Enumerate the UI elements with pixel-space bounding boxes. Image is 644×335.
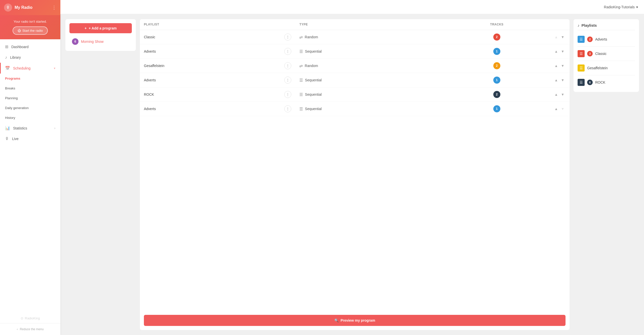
sidebar-item-history[interactable]: History: [0, 113, 60, 123]
tracks-badge: 1: [493, 48, 500, 55]
move-up-button[interactable]: ▲: [553, 49, 559, 54]
move-up-button[interactable]: ▲: [553, 63, 559, 68]
col-playlist: PLAYLIST: [140, 19, 280, 30]
row-arrows: ▲ ▼: [553, 106, 566, 111]
row-kebab-button[interactable]: ⋮: [284, 48, 291, 55]
chevron-left-icon: ‹: [17, 327, 18, 331]
reduce-menu-button[interactable]: ‹ Reduce the menu: [0, 323, 60, 335]
tracks-badge: 2: [493, 34, 500, 41]
table-row: Adverts ⋮ ☰ Sequential 1 ▲ ▼: [140, 102, 570, 116]
sidebar-item-scheduling[interactable]: 📅 Scheduling ▾: [0, 63, 60, 74]
radio-icon: 🎙: [4, 4, 12, 12]
sidebar-item-daily-generation[interactable]: Daily generation: [0, 103, 60, 113]
playlist-entry[interactable]: ☰ 2 Adverts: [578, 34, 635, 45]
row-kebab-button[interactable]: ⋮: [284, 62, 291, 69]
row-arrows: ▲ ▼: [553, 63, 566, 68]
main-content: RadioKing-Tutorials ▾ + + Add a program …: [60, 0, 644, 335]
playlist-type-icon: ☰: [578, 36, 585, 43]
type-icon: ☰: [299, 107, 303, 111]
tracks-badge: 1: [493, 105, 500, 112]
row-arrows: ▲ ▼: [553, 92, 566, 97]
content-area: + + Add a program 6 Morning Show PLAYLIS…: [60, 14, 644, 335]
move-down-button[interactable]: ▼: [560, 35, 566, 40]
type-label: Sequential: [305, 92, 321, 96]
row-kebab-button[interactable]: ⋮: [284, 77, 291, 84]
tracks-badge: 2: [493, 91, 500, 98]
sidebar-header: 🎙 My Radio ⋮: [0, 0, 60, 15]
live-icon: 🎙: [5, 137, 9, 141]
move-down-button[interactable]: ▼: [560, 78, 566, 83]
row-arrows: ▲ ▼: [553, 35, 566, 40]
type-icon: ⇄: [299, 35, 303, 40]
sidebar-item-label: History: [5, 116, 15, 120]
col-type-spacer: [280, 19, 295, 30]
type-icon: ☰: [299, 92, 303, 97]
playlist-table-wrapper: PLAYLIST TYPE TRACKS Classic ⋮: [140, 19, 570, 311]
sidebar-item-statistics[interactable]: 📊 Statistics ›: [0, 123, 60, 133]
playlists-title: Playlists: [582, 23, 597, 27]
brand-icon: ⊙: [21, 316, 23, 320]
sidebar-nav: ⊞ Dashboard ♪ Library 📅 Scheduling ▾ Pro…: [0, 39, 60, 313]
sidebar: 🎙 My Radio ⋮ Your radio isn't started. ⏻…: [0, 0, 60, 335]
table-row: Gesaffelstein ⋮ ⇄ Random 2 ▲ ▼: [140, 59, 570, 73]
chevron-right-icon: ›: [54, 126, 55, 130]
radio-status-section: Your radio isn't started. ⏻ Start the ra…: [0, 15, 60, 39]
preview-program-button[interactable]: 🔍 Preview my program: [144, 315, 566, 326]
playlist-type-icon: ☰: [578, 50, 585, 57]
playlists-header: ♪ Playlists: [578, 23, 635, 30]
sidebar-item-breaks[interactable]: Breaks: [0, 83, 60, 93]
playlist-entry[interactable]: ☰ 3 Classic: [578, 48, 635, 59]
move-up-button[interactable]: ▲: [553, 92, 559, 97]
playlist-entry[interactable]: ☰ 6 ROCK: [578, 77, 635, 88]
start-radio-button[interactable]: ⏻ Start the radio: [13, 26, 48, 35]
table-row: ROCK ⋮ ☰ Sequential 2 ▲ ▼: [140, 87, 570, 102]
row-arrows: ▲ ▼: [553, 78, 566, 83]
sidebar-item-library[interactable]: ♪ Library: [0, 52, 60, 63]
sidebar-item-live[interactable]: 🎙 Live: [0, 133, 60, 144]
add-program-button[interactable]: + + Add a program: [69, 23, 132, 33]
sidebar-item-dashboard[interactable]: ⊞ Dashboard: [0, 41, 60, 52]
move-up-button[interactable]: ▲: [553, 78, 559, 83]
move-down-button[interactable]: ▼: [560, 63, 566, 68]
sidebar-item-label: Live: [12, 137, 19, 141]
sidebar-item-label: Scheduling: [13, 66, 30, 70]
playlist-name: Adverts: [144, 49, 156, 53]
table-row: Classic ⋮ ⇄ Random 2 ▲ ▼: [140, 30, 570, 44]
playlist-entry-name: ROCK: [595, 80, 635, 84]
chevron-down-icon: ▾: [636, 5, 638, 9]
type-icon: ⇄: [299, 63, 303, 68]
playlist-entry-name: Gesaffelstein: [587, 66, 635, 70]
playlist-name: Adverts: [144, 107, 156, 111]
chevron-down-icon: ▾: [54, 66, 55, 70]
row-arrows: ▲ ▼: [553, 49, 566, 54]
type-label: Random: [305, 35, 318, 39]
move-down-button: ▼: [560, 106, 566, 111]
programs-panel: + + Add a program 6 Morning Show: [65, 19, 136, 51]
table-row: Adverts ⋮ ☰ Sequential 1 ▲ ▼: [140, 73, 570, 87]
sidebar-header-left: 🎙 My Radio: [4, 4, 32, 12]
sidebar-item-planning[interactable]: Planning: [0, 93, 60, 103]
move-up-button[interactable]: ▲: [553, 106, 559, 111]
playlist-name: Classic: [144, 35, 155, 39]
radio-status-text: Your radio isn't started.: [4, 20, 56, 23]
playlist-count-badge: 6: [587, 80, 593, 85]
dashboard-icon: ⊞: [5, 44, 8, 49]
tracks-badge: 2: [493, 62, 500, 69]
search-icon: 🔍: [334, 318, 339, 322]
row-kebab-button[interactable]: ⋮: [284, 91, 291, 98]
sidebar-menu-button[interactable]: ⋮: [52, 5, 56, 10]
playlists-panel: ♪ Playlists ☰ 2 Adverts ☰ 3 Classic ☰ Ge…: [574, 19, 639, 92]
sidebar-item-programs[interactable]: Programs: [0, 74, 60, 83]
sidebar-item-label: Statistics: [13, 126, 27, 130]
program-item[interactable]: 6 Morning Show: [69, 36, 132, 47]
row-kebab-button[interactable]: ⋮: [284, 34, 291, 41]
move-down-button[interactable]: ▼: [560, 92, 566, 97]
row-kebab-button[interactable]: ⋮: [284, 105, 291, 112]
move-down-button[interactable]: ▼: [560, 49, 566, 54]
table-row: Adverts ⋮ ☰ Sequential 1 ▲ ▼: [140, 44, 570, 59]
playlist-entry[interactable]: ☰ Gesaffelstein: [578, 62, 635, 74]
playlists-list: ☰ 2 Adverts ☰ 3 Classic ☰ Gesaffelstein …: [578, 34, 635, 88]
library-icon: ♪: [5, 55, 7, 60]
account-menu[interactable]: RadioKing-Tutorials ▾: [604, 5, 638, 9]
divider: [578, 61, 635, 61]
